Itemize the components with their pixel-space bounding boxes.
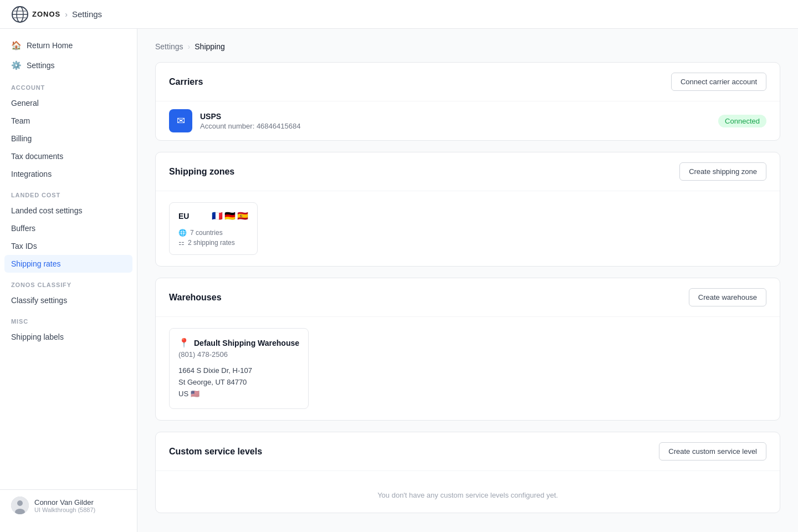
warehouses-body: 📍 Default Shipping Warehouse (801) 478-2… <box>156 317 780 420</box>
warehouse-name-row: 📍 Default Shipping Warehouse <box>178 337 299 348</box>
warehouse-phone: (801) 478-2506 <box>178 350 299 359</box>
custom-service-levels-header: Custom service levels Create custom serv… <box>156 432 780 471</box>
sidebar-item-shipping-rates[interactable]: Shipping rates <box>4 255 132 273</box>
shipping-zones-title: Shipping zones <box>169 167 234 177</box>
warehouses-title: Warehouses <box>169 293 222 303</box>
create-warehouse-button[interactable]: Create warehouse <box>689 288 766 306</box>
warehouse-address: 1664 S Dixie Dr, H-107 St George, UT 847… <box>178 365 299 400</box>
zone-rates-count: 2 shipping rates <box>188 239 235 247</box>
zone-name: EU <box>178 212 189 221</box>
warehouse-address-line1: 1664 S Dixie Dr, H-107 <box>178 365 299 377</box>
warehouse-country: US 🇺🇸 <box>178 388 299 400</box>
flag-es: 🇪🇸 <box>237 211 248 221</box>
main-content: Settings › Shipping Carriers Connect car… <box>137 29 798 532</box>
section-label-misc: MISC <box>0 309 137 328</box>
user-name: Connor Van Gilder <box>34 498 95 507</box>
carrier-account: Account number: 46846415684 <box>200 122 710 130</box>
zone-rates-stat: ⚏ 2 shipping rates <box>178 239 248 247</box>
main-layout: 🏠 Return Home ⚙️ Settings ACCOUNT Genera… <box>0 29 798 532</box>
logo-text: ZONOS <box>32 10 60 18</box>
custom-service-levels-title: Custom service levels <box>169 447 262 457</box>
sidebar-item-return-home-label: Return Home <box>27 41 73 50</box>
sidebar-footer: Connor Van Gilder UI Walkthrough (5887) <box>0 489 137 521</box>
sidebar-item-buffers[interactable]: Buffers <box>0 219 137 237</box>
warehouse-card[interactable]: 📍 Default Shipping Warehouse (801) 478-2… <box>169 328 309 409</box>
shipping-zones-card: Shipping zones Create shipping zone EU 🇫… <box>155 152 780 267</box>
avatar <box>11 497 29 514</box>
create-shipping-zone-button[interactable]: Create shipping zone <box>679 162 766 181</box>
sidebar-item-shipping-labels[interactable]: Shipping labels <box>0 328 137 346</box>
warehouses-card: Warehouses Create warehouse 📍 Default Sh… <box>155 278 780 421</box>
warehouse-address-line2: St George, UT 84770 <box>178 377 299 388</box>
warehouses-card-header: Warehouses Create warehouse <box>156 278 780 317</box>
carrier-info: USPS Account number: 46846415684 <box>200 112 710 130</box>
warehouse-name: Default Shipping Warehouse <box>194 339 299 347</box>
user-subtitle: UI Walkthrough (5887) <box>34 507 95 513</box>
header-title: Settings <box>72 9 102 19</box>
create-custom-service-level-button[interactable]: Create custom service level <box>659 442 766 461</box>
globe-icon: 🌐 <box>178 229 187 237</box>
logo-area: ZONOS <box>11 6 60 23</box>
carrier-name: USPS <box>200 112 710 121</box>
zone-header: EU 🇫🇷 🇩🇪 🇪🇸 <box>178 211 248 221</box>
sidebar: 🏠 Return Home ⚙️ Settings ACCOUNT Genera… <box>0 29 137 532</box>
header-chevron: › <box>65 10 68 19</box>
home-icon: 🏠 <box>11 40 21 50</box>
flag-fr: 🇫🇷 <box>212 211 223 221</box>
section-label-landed-cost: LANDED COST <box>0 183 137 202</box>
shipping-zones-card-header: Shipping zones Create shipping zone <box>156 152 780 191</box>
sidebar-item-return-home[interactable]: 🏠 Return Home <box>0 35 137 55</box>
svg-point-6 <box>17 500 23 506</box>
zone-countries-count: 7 countries <box>190 229 223 237</box>
sidebar-item-billing[interactable]: Billing <box>0 130 137 147</box>
carriers-title: Carriers <box>169 77 203 87</box>
top-header: ZONOS › Settings <box>0 0 798 29</box>
custom-service-levels-empty: You don't have any custom service levels… <box>169 480 766 504</box>
zone-card-eu[interactable]: EU 🇫🇷 🇩🇪 🇪🇸 🌐 7 countries ⚏ 2 shi <box>169 202 258 255</box>
zone-flags: 🇫🇷 🇩🇪 🇪🇸 <box>212 211 248 221</box>
sidebar-item-classify-settings[interactable]: Classify settings <box>0 291 137 309</box>
breadcrumb-separator: › <box>188 42 191 51</box>
carriers-card-header: Carriers Connect carrier account <box>156 63 780 101</box>
section-label-classify: ZONOS CLASSIFY <box>0 273 137 291</box>
usps-icon: ✉ <box>169 109 192 132</box>
carriers-card: Carriers Connect carrier account ✉ USPS … <box>155 62 780 141</box>
flag-de: 🇩🇪 <box>224 211 236 221</box>
pin-icon: 📍 <box>178 337 190 348</box>
zone-countries-stat: 🌐 7 countries <box>178 229 248 237</box>
sidebar-item-landed-cost-settings[interactable]: Landed cost settings <box>0 202 137 219</box>
rates-icon: ⚏ <box>178 239 185 247</box>
connect-carrier-button[interactable]: Connect carrier account <box>671 73 766 91</box>
gear-icon: ⚙️ <box>11 60 21 70</box>
breadcrumb-current: Shipping <box>195 42 225 51</box>
section-label-account: ACCOUNT <box>0 75 137 94</box>
sidebar-item-settings-label: Settings <box>27 61 55 70</box>
zonos-logo-icon <box>11 6 29 23</box>
connected-badge: Connected <box>718 115 766 127</box>
sidebar-item-settings[interactable]: ⚙️ Settings <box>0 55 137 75</box>
sidebar-item-general[interactable]: General <box>0 94 137 112</box>
sidebar-item-tax-documents[interactable]: Tax documents <box>0 147 137 165</box>
breadcrumb: Settings › Shipping <box>155 42 780 51</box>
sidebar-item-integrations[interactable]: Integrations <box>0 165 137 183</box>
custom-service-levels-body: You don't have any custom service levels… <box>156 471 780 513</box>
custom-service-levels-card: Custom service levels Create custom serv… <box>155 432 780 513</box>
sidebar-item-tax-ids[interactable]: Tax IDs <box>0 237 137 255</box>
user-info: Connor Van Gilder UI Walkthrough (5887) <box>34 498 95 513</box>
shipping-zones-body: EU 🇫🇷 🇩🇪 🇪🇸 🌐 7 countries ⚏ 2 shi <box>156 191 780 266</box>
carrier-row: ✉ USPS Account number: 46846415684 Conne… <box>156 101 780 140</box>
sidebar-item-team[interactable]: Team <box>0 112 137 130</box>
breadcrumb-parent[interactable]: Settings <box>155 42 183 51</box>
